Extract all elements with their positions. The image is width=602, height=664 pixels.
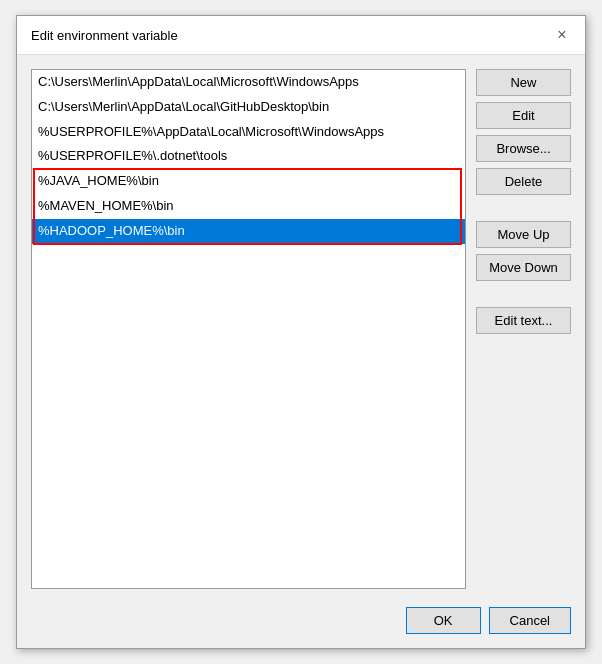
move-up-button[interactable]: Move Up <box>476 221 571 248</box>
delete-button[interactable]: Delete <box>476 168 571 195</box>
spacer1 <box>476 201 571 215</box>
list-item[interactable]: %USERPROFILE%\.dotnet\tools <box>32 144 465 169</box>
dialog-footer: OK Cancel <box>17 599 585 648</box>
new-button[interactable]: New <box>476 69 571 96</box>
close-button[interactable]: × <box>553 26 571 44</box>
edit-env-var-dialog: Edit environment variable × C:\Users\Mer… <box>16 15 586 649</box>
edit-button[interactable]: Edit <box>476 102 571 129</box>
list-item[interactable]: %HADOOP_HOME%\bin <box>32 219 465 244</box>
buttons-panel: New Edit Browse... Delete Move Up Move D… <box>476 69 571 589</box>
title-bar: Edit environment variable × <box>17 16 585 55</box>
edit-text-button[interactable]: Edit text... <box>476 307 571 334</box>
list-item[interactable]: %MAVEN_HOME%\bin <box>32 194 465 219</box>
list-item[interactable]: C:\Users\Merlin\AppData\Local\Microsoft\… <box>32 70 465 95</box>
cancel-button[interactable]: Cancel <box>489 607 571 634</box>
dialog-title: Edit environment variable <box>31 28 178 43</box>
list-item[interactable]: C:\Users\Merlin\AppData\Local\GitHubDesk… <box>32 95 465 120</box>
ok-button[interactable]: OK <box>406 607 481 634</box>
list-item[interactable]: %USERPROFILE%\AppData\Local\Microsoft\Wi… <box>32 120 465 145</box>
env-var-list[interactable]: C:\Users\Merlin\AppData\Local\Microsoft\… <box>31 69 466 589</box>
browse-button[interactable]: Browse... <box>476 135 571 162</box>
move-down-button[interactable]: Move Down <box>476 254 571 281</box>
spacer2 <box>476 287 571 301</box>
dialog-body: C:\Users\Merlin\AppData\Local\Microsoft\… <box>17 55 585 599</box>
list-item[interactable]: %JAVA_HOME%\bin <box>32 169 465 194</box>
